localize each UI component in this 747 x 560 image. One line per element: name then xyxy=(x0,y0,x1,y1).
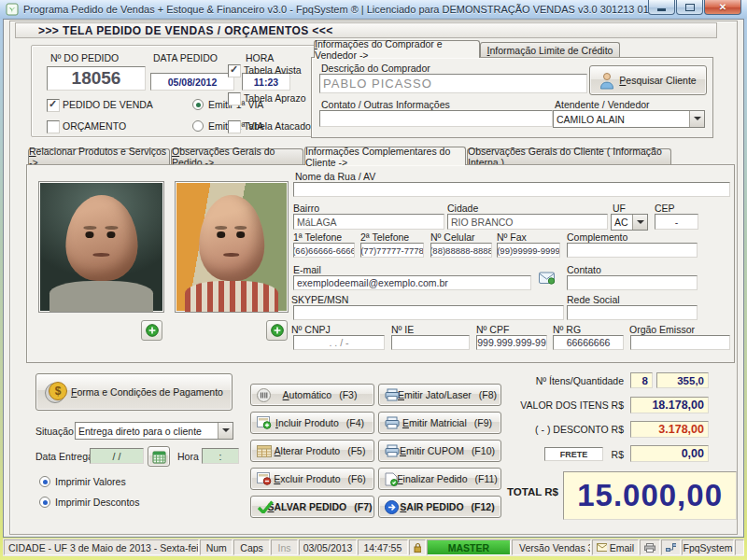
pesquisar-cliente-button[interactable]: Pesquisar Cliente xyxy=(589,65,707,95)
chevron-down-icon xyxy=(632,215,647,230)
bairro-field[interactable]: MáLAGA xyxy=(293,214,444,230)
contato-label: Contato xyxy=(567,264,601,275)
client-panel: Nome da Rua / AV Bairro MáLAGA Cidade RI… xyxy=(26,164,735,363)
tab-observacoes-pedido[interactable]: Observações Gerais do Pedido -> xyxy=(171,148,303,164)
email-field[interactable]: exemplodeemail@exemplo.com.br xyxy=(293,275,531,290)
rg-field[interactable]: 66666666 xyxy=(553,335,624,350)
rua-label: Nome da Rua / AV xyxy=(295,171,375,182)
contato-outras-label: Contato / Outras Informações xyxy=(321,99,450,110)
send-email-icon[interactable] xyxy=(539,272,556,285)
document-check-icon xyxy=(385,472,398,486)
delete-product-icon xyxy=(257,472,272,485)
finalizar-pedido-button[interactable]: Finalizar Pedido(F11) xyxy=(378,468,501,490)
statusbar-network-cell[interactable] xyxy=(661,539,682,555)
calendar-icon xyxy=(152,450,166,464)
statusbar-time: 14:47:55 xyxy=(358,539,408,555)
desconto-field: 3.178,00 xyxy=(630,421,709,438)
rede-social-field[interactable] xyxy=(567,305,698,320)
statusbar-printer-cell[interactable] xyxy=(640,539,660,555)
itens-field: 8 xyxy=(630,372,653,388)
frete-button[interactable]: FRETE xyxy=(544,447,603,461)
status-bar: CIDADE - UF 3 de Maio de 2013 - Sexta-fe… xyxy=(3,539,744,556)
page-title: >>> TELA PEDIDO DE VENDAS / ORÇAMENTOS <… xyxy=(38,24,333,37)
cnpj-field[interactable]: . . / - xyxy=(293,335,385,350)
svg-text:$: $ xyxy=(55,385,62,398)
calendar-button[interactable] xyxy=(148,446,170,467)
close-button[interactable]: ✕ xyxy=(704,0,741,15)
orcamento-checkbox[interactable]: ORÇAMENTO xyxy=(47,120,159,133)
hora-entrega-field[interactable]: : xyxy=(202,448,239,464)
checkbox-icon xyxy=(47,120,60,133)
chevron-down-icon xyxy=(218,423,233,439)
add-photo-1-button[interactable] xyxy=(141,320,162,341)
tel2-field[interactable]: (77)77777-7778 xyxy=(360,243,424,258)
cpf-field[interactable]: 999.999.999-99 xyxy=(476,335,547,350)
emitir-cupom-button[interactable]: Emitir CUPOM(F10) xyxy=(378,440,501,462)
alterar-produto-button[interactable]: Alterar Produto(F5) xyxy=(250,440,374,462)
main-form: >>> TELA PEDIDO DE VENDAS / ORÇAMENTOS <… xyxy=(3,19,744,538)
tabela-atacado-checkbox[interactable]: Tabela Atacado xyxy=(228,120,317,133)
incluir-produto-button[interactable]: Incluir Produto(F4) xyxy=(250,412,374,434)
excluir-produto-button[interactable]: Excluir Produto(F6) xyxy=(250,468,374,490)
tab-limite-credito[interactable]: Informação Limite de Crédito xyxy=(480,42,620,58)
emitir-jato-laser-button[interactable]: Emitir Jato/Laser(F8) xyxy=(378,384,501,406)
contato-field[interactable] xyxy=(567,275,698,290)
cep-field[interactable]: - xyxy=(655,214,698,230)
cep-label: CEP xyxy=(655,203,675,214)
situacao-dropdown[interactable]: Entrega direto para o cliente xyxy=(75,422,233,440)
network-icon xyxy=(666,543,677,552)
radio-icon xyxy=(39,497,50,508)
forma-pagamento-button[interactable]: $ Forma e Condições de Pagamento xyxy=(35,373,233,411)
printer-icon xyxy=(644,543,655,553)
order-date-field[interactable]: 05/08/2012 xyxy=(150,73,234,91)
imprimir-descontos-radio[interactable]: Imprimir Descontos xyxy=(39,497,161,510)
tab-informacoes-complementares[interactable]: Informações Complementares do Cliente -> xyxy=(304,147,466,165)
statusbar-date: 03/05/2013 xyxy=(299,539,357,555)
cnpj-label: Nº CNPJ xyxy=(291,324,331,335)
emitir-matricial-button[interactable]: Emitir Matricial(F9) xyxy=(378,412,501,434)
orgao-emissor-field[interactable] xyxy=(630,335,730,350)
radio-icon xyxy=(39,476,50,487)
maximize-button[interactable] xyxy=(676,0,703,15)
statusbar-email[interactable]: Email xyxy=(592,539,639,555)
edit-product-icon xyxy=(257,445,272,457)
data-entrega-label: Data Entrega xyxy=(35,451,93,462)
tel1-field[interactable]: (66)66666-6666 xyxy=(293,243,355,258)
salvar-pedido-button[interactable]: SALVAR PEDIDO(F7) xyxy=(250,496,374,518)
total-field: 15.000,00 xyxy=(563,471,737,520)
title-bar: Programa Pedido de Vendas + Estoque & Fi… xyxy=(0,0,747,19)
tabela-avista-checkbox[interactable]: Tabela Avista xyxy=(228,64,317,77)
minimize-button[interactable] xyxy=(648,0,675,15)
tab-comprador-vendedor[interactable]: Informações do Comprador e Vendedor -> xyxy=(314,40,480,58)
imprimir-valores-radio[interactable]: Imprimir Valores xyxy=(39,476,151,489)
ie-field[interactable] xyxy=(391,335,470,350)
statusbar-caps: Caps xyxy=(233,539,270,555)
tabela-aprazo-checkbox[interactable]: Tabela Aprazo xyxy=(228,92,317,105)
tab-relacionar-produtos[interactable]: Relacionar Produtos e Serviços -> xyxy=(28,148,170,164)
order-date-label: DATA PEDIDO xyxy=(153,52,218,63)
radio-icon xyxy=(192,120,204,132)
situacao-label: Situação xyxy=(35,426,74,437)
sair-pedido-button[interactable]: SAIR PEDIDO(F12) xyxy=(378,496,501,518)
complemento-field[interactable] xyxy=(567,243,698,258)
pedido-venda-checkbox[interactable]: PEDIDO DE VENDA xyxy=(47,99,187,112)
celular-field[interactable]: (88)88888-8888 xyxy=(430,243,492,258)
uf-dropdown[interactable]: AC xyxy=(611,214,648,231)
descricao-comprador-field[interactable]: PABLO PICASSO xyxy=(319,74,587,93)
atendente-dropdown[interactable]: CAMILO ALAIN xyxy=(553,110,705,128)
automatico-button[interactable]: Automático(F3) xyxy=(250,384,374,406)
rua-field[interactable] xyxy=(293,182,730,197)
order-number-label: Nº DO PEDIDO xyxy=(50,52,119,63)
cidade-field[interactable]: RIO BRANCO xyxy=(447,214,608,230)
contato-outras-field[interactable] xyxy=(319,110,553,127)
cidade-label: Cidade xyxy=(447,203,478,214)
data-entrega-field[interactable]: / / xyxy=(90,448,144,464)
quantidade-field: 355,0 xyxy=(656,372,709,388)
statusbar-brand: FpqSystem xyxy=(682,539,734,555)
fax-field[interactable]: (99)99999-9999 xyxy=(497,243,560,258)
tab-observacoes-cliente[interactable]: Observações Gerais do Cliente ( Informaç… xyxy=(467,148,671,164)
order-number-field[interactable]: 18056 xyxy=(47,66,146,91)
check-icon xyxy=(257,500,274,513)
add-photo-2-button[interactable] xyxy=(266,320,288,341)
skype-field[interactable] xyxy=(293,305,564,320)
